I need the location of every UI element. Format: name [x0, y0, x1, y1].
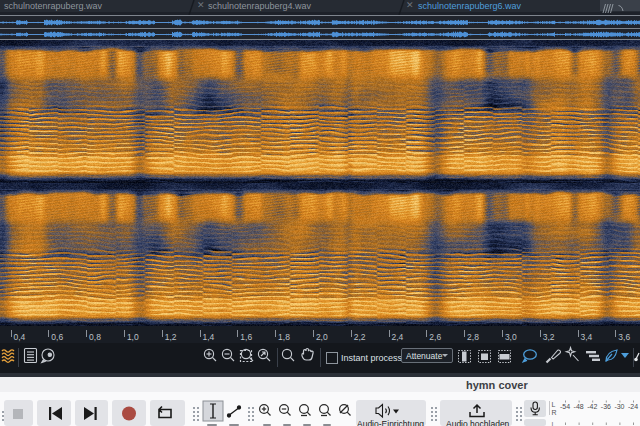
svg-text:-24: -24 [628, 403, 638, 410]
svg-text:Audio-Einrichtung: Audio-Einrichtung [357, 419, 424, 426]
svg-text:Audio hochladen: Audio hochladen [446, 419, 510, 426]
svg-text:R: R [552, 409, 557, 416]
svg-text:-48: -48 [574, 403, 584, 410]
svg-text:-30: -30 [614, 403, 624, 410]
svg-text:L: L [552, 401, 556, 408]
svg-text:L: L [552, 421, 556, 426]
svg-text:-54: -54 [560, 403, 570, 410]
svg-text:-42: -42 [587, 403, 597, 410]
svg-text:-36: -36 [601, 403, 611, 410]
